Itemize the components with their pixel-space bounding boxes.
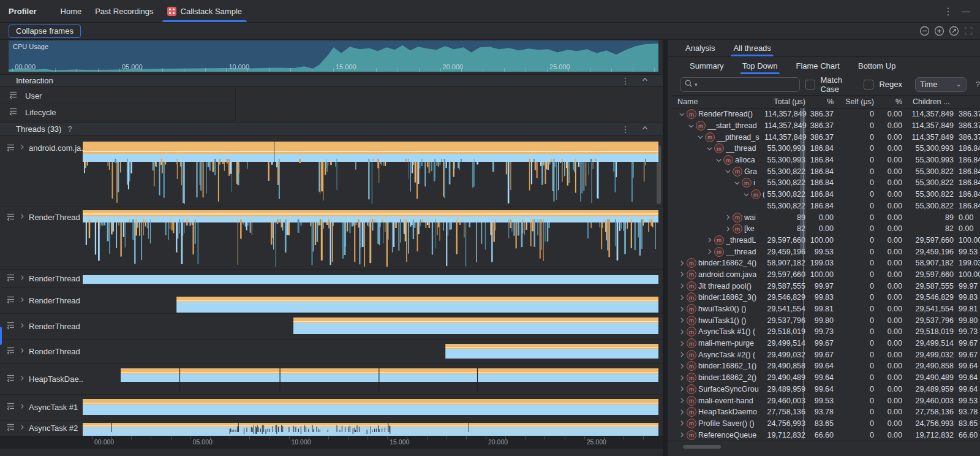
chevron-right-icon[interactable] (677, 408, 687, 417)
chevron-right-icon[interactable] (18, 424, 26, 433)
thread-row[interactable]: AsyncTask #2 (0, 420, 663, 436)
col-total[interactable]: Total (μs) (764, 97, 807, 106)
chevron-right-icon[interactable] (723, 224, 733, 234)
thread-flame-track[interactable] (83, 395, 658, 420)
table-row[interactable]: m__thread55,300,993186.8400.0055,300,993… (673, 143, 980, 154)
thread-flame-track[interactable] (83, 270, 658, 287)
thread-label[interactable]: AsyncTask #2 (0, 420, 83, 436)
chevron-down-icon[interactable] (705, 144, 714, 153)
chevron-down-icon[interactable] (677, 110, 687, 119)
table-row[interactable]: mbinder:16862_3()29,546,82999.8300.0029,… (673, 292, 980, 303)
table-row[interactable]: 55,300,822186.8400.0055,300,822186.84 (673, 200, 980, 212)
table-row[interactable]: mbinder:16862_1()29,490,85899.6400.0029,… (673, 360, 980, 372)
table-row[interactable]: mProfile Saver() ()24,756,99383.6500.002… (673, 418, 980, 430)
table-row[interactable]: mJit thread pool()29,587,55599.9700.0029… (673, 280, 980, 292)
table-horizontal-scrollbar[interactable] (683, 445, 721, 449)
chevron-right-icon[interactable] (677, 430, 687, 439)
table-row[interactable]: mhwuiTask1() ()29,537,79699.8000.0029,53… (673, 314, 980, 326)
chevron-right-icon[interactable] (677, 316, 687, 325)
chevron-right-icon[interactable] (677, 327, 687, 336)
interaction-kebab-icon[interactable]: ⋮ (621, 76, 630, 86)
table-header[interactable]: Name Total (μs) % Self (μs) % Children .… (673, 95, 980, 108)
chevron-right-icon[interactable] (723, 213, 733, 222)
chevron-down-icon[interactable] (696, 132, 705, 142)
threads-kebab-icon[interactable]: ⋮ (621, 124, 630, 134)
table-row[interactable]: mbinder:16862_2()29,490,48999.6400.0029,… (673, 372, 980, 384)
thread-label[interactable]: AsyncTask #1 (0, 395, 83, 420)
table-row[interactable]: mhwuiTask0() ()29,541,55499.8100.0029,54… (673, 303, 980, 315)
table-row[interactable]: mHeapTaskDaemo27,758,13693.7800.0027,758… (673, 406, 980, 418)
thread-row[interactable]: android.com.ja... (0, 138, 663, 207)
regex-checkbox[interactable] (864, 80, 873, 89)
threads-vertical-scrollbar[interactable] (657, 145, 661, 204)
interaction-row-lifecycle[interactable]: Lifecycle (0, 104, 236, 121)
table-row[interactable]: mwai890.0000.00890.00 (673, 211, 980, 223)
table-row[interactable]: malloca55,300,993186.8400.0055,300,99318… (673, 154, 980, 166)
chevron-right-icon[interactable] (677, 270, 687, 279)
chevron-down-icon[interactable] (714, 156, 723, 165)
zoom-out-icon[interactable] (919, 26, 930, 36)
table-row[interactable]: mRenderThread()114,357,849386.3700.00114… (673, 108, 980, 120)
table-row[interactable]: mi55,300,822186.8400.0055,300,822186.84 (673, 177, 980, 189)
thread-label[interactable]: android.com.ja... (0, 138, 83, 207)
threads-section-header[interactable]: Threads (33) ? ⋮ (0, 123, 663, 135)
thread-row[interactable]: RenderThread (0, 270, 663, 288)
thread-row[interactable]: RenderThread (0, 340, 663, 364)
chevron-right-icon[interactable] (677, 350, 687, 359)
time-dropdown[interactable]: Time ⌄ (915, 77, 967, 92)
chevron-right-icon[interactable] (18, 347, 26, 356)
interaction-collapse-icon[interactable] (641, 75, 649, 86)
thread-row[interactable]: AsyncTask #1 (0, 395, 663, 420)
thread-label[interactable]: HeapTaskDae... (0, 364, 83, 394)
chevron-down-icon[interactable] (687, 121, 696, 131)
thread-flame-track[interactable] (83, 288, 658, 313)
table-row[interactable]: mmali-event-hand29,460,00399.5300.0029,4… (673, 395, 980, 406)
col-total-pct[interactable]: % (807, 97, 835, 106)
tab-all-threads[interactable]: All threads (732, 40, 772, 56)
interaction-row-user[interactable]: User (0, 88, 236, 104)
threads-collapse-icon[interactable] (641, 124, 649, 134)
table-row[interactable]: mGra55,300,822186.8400.0055,300,822186.8… (673, 165, 980, 177)
window-minimize-icon[interactable]: — (962, 6, 970, 16)
chevron-right-icon[interactable] (677, 373, 687, 382)
chevron-right-icon[interactable] (677, 293, 687, 302)
thread-flame-track[interactable] (83, 364, 658, 394)
thread-row[interactable]: HeapTaskDae... (0, 364, 663, 395)
panel-splitter[interactable] (663, 40, 668, 456)
search-box[interactable]: ▾ (680, 77, 800, 92)
col-self[interactable]: Self (μs) (835, 97, 876, 106)
chevron-right-icon[interactable] (18, 296, 26, 305)
collapse-frames-button[interactable]: Collapse frames (9, 25, 81, 38)
chevron-right-icon[interactable] (677, 259, 687, 268)
filter-help-icon[interactable]: ? (976, 80, 980, 89)
thread-flame-track[interactable] (83, 207, 658, 269)
subtab-summary[interactable]: Summary (688, 58, 725, 74)
thread-flame-track[interactable] (83, 138, 658, 207)
thread-row[interactable]: RenderThread (0, 314, 663, 340)
search-history-caret-icon[interactable]: ▾ (695, 82, 698, 88)
table-row[interactable]: mReferenceQueue19,712,83266.6000.0019,71… (673, 429, 980, 441)
chevron-right-icon[interactable] (677, 362, 687, 371)
cpu-usage-track[interactable]: CPU Usage 00.00005.00010.00015.00020.000… (9, 40, 658, 72)
chevron-down-icon[interactable] (723, 167, 733, 176)
chevron-right-icon[interactable] (677, 339, 687, 348)
chevron-right-icon[interactable] (18, 274, 26, 283)
chevron-right-icon[interactable] (18, 403, 26, 412)
thread-flame-track[interactable] (83, 340, 658, 363)
table-row[interactable]: m__thread29,459,19699.5300.0029,459,1969… (673, 246, 980, 257)
chevron-right-icon[interactable] (677, 419, 687, 428)
chevron-right-icon[interactable] (18, 374, 26, 384)
match-case-checkbox[interactable] (805, 80, 815, 89)
interaction-section-header[interactable]: Interaction ⋮ (0, 74, 663, 87)
table-row[interactable]: mAsyncTask #1() (29,518,01999.7300.0029,… (673, 326, 980, 338)
thread-flame-track[interactable] (83, 314, 658, 339)
table-row[interactable]: m[ke820.0000.00820.00 (673, 223, 980, 235)
chevron-down-icon[interactable] (733, 178, 742, 188)
table-row[interactable]: m__start_thread114,357,849386.3700.00114… (673, 120, 980, 132)
tab-callstack-sample[interactable]: Callstack Sample (160, 0, 249, 22)
tab-analysis[interactable]: Analysis (684, 40, 716, 56)
reset-zoom-icon[interactable] (949, 26, 959, 36)
col-children[interactable]: Children ... (904, 97, 980, 106)
chevron-right-icon[interactable] (18, 213, 26, 222)
chevron-right-icon[interactable] (677, 281, 687, 291)
